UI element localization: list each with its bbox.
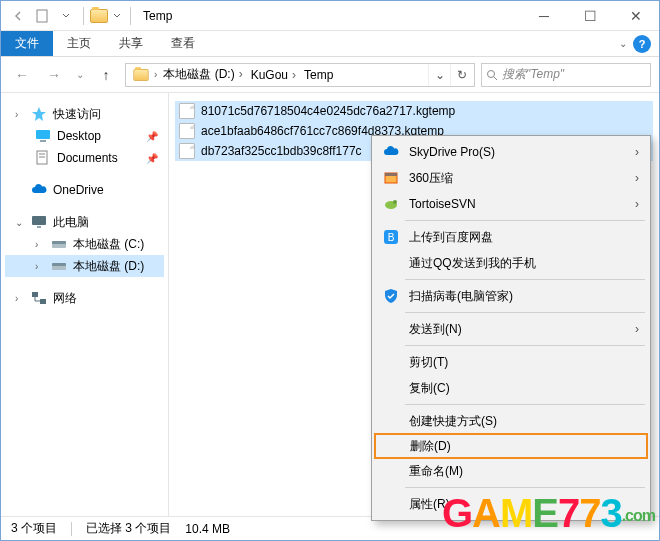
baidu-icon: B [381, 229, 401, 245]
ctx-properties[interactable]: 属性(R) [375, 491, 647, 517]
label: SkyDrive Pro(S) [409, 145, 495, 159]
breadcrumb[interactable]: 本地磁盘 (D:) [159, 66, 246, 83]
qat-doc-icon[interactable] [31, 5, 53, 27]
label: 创建快捷方式(S) [409, 413, 497, 430]
ctx-copy[interactable]: 复制(C) [375, 375, 647, 401]
file-item[interactable]: 81071c5d76718504c4e0245dc76a2717.kgtemp [175, 101, 653, 121]
separator [83, 7, 84, 25]
qat-dropdown-icon[interactable] [55, 5, 77, 27]
separator [130, 7, 131, 25]
label: 扫描病毒(电脑管家) [409, 288, 513, 305]
nav-up-button[interactable]: ↑ [93, 62, 119, 88]
ctx-skydrive[interactable]: SkyDrive Pro(S) › [375, 139, 647, 165]
close-button[interactable]: ✕ [613, 1, 659, 31]
context-menu: SkyDrive Pro(S) › 360压缩 › TortoiseSVN › … [371, 135, 651, 521]
separator [405, 312, 645, 313]
status-selected: 已选择 3 个项目 [86, 520, 171, 537]
ribbon-expand-icon[interactable]: ⌄ [619, 38, 627, 49]
archive-icon [381, 170, 401, 186]
window-title: Temp [143, 9, 172, 23]
sidebar-item-drive-d[interactable]: › 本地磁盘 (D:) [5, 255, 164, 277]
separator [71, 522, 72, 536]
svg-rect-5 [40, 140, 46, 142]
sidebar-item-network[interactable]: › 网络 [5, 287, 164, 309]
svg-rect-9 [32, 216, 46, 225]
title-bar: Temp ─ ☐ ✕ [1, 1, 659, 31]
ribbon-file-tab[interactable]: 文件 [1, 31, 53, 56]
qat-prev-icon[interactable] [7, 5, 29, 27]
minimize-button[interactable]: ─ [521, 1, 567, 31]
sidebar-item-onedrive[interactable]: OneDrive [5, 179, 164, 201]
chevron-down-icon: ⌄ [15, 217, 25, 228]
chevron-icon: › [154, 69, 157, 80]
nav-recent-dropdown[interactable]: ⌄ [73, 62, 87, 88]
refresh-icon[interactable]: ↻ [450, 64, 472, 86]
shield-icon [381, 288, 401, 304]
maximize-button[interactable]: ☐ [567, 1, 613, 31]
nav-forward-button[interactable]: → [41, 62, 67, 88]
drive-icon [51, 236, 67, 252]
label: 360压缩 [409, 170, 453, 187]
label: 上传到百度网盘 [409, 229, 493, 246]
chevron-right-icon: › [635, 145, 639, 159]
label: 重命名(M) [409, 463, 463, 480]
file-name: 81071c5d76718504c4e0245dc76a2717.kgtemp [201, 104, 455, 118]
separator [405, 220, 645, 221]
file-icon [179, 103, 195, 119]
chevron-right-icon: › [15, 293, 25, 304]
ctx-sendto[interactable]: 发送到(N) › [375, 316, 647, 342]
sidebar-item-documents[interactable]: Documents 📌 [5, 147, 164, 169]
ctx-qq[interactable]: 通过QQ发送到我的手机 [375, 250, 647, 276]
svg-rect-12 [52, 241, 66, 244]
ctx-360zip[interactable]: 360压缩 › [375, 165, 647, 191]
label: 删除(D) [410, 438, 451, 455]
ribbon-tab-share[interactable]: 共享 [105, 31, 157, 56]
sidebar-item-desktop[interactable]: Desktop 📌 [5, 125, 164, 147]
address-bar[interactable]: › 本地磁盘 (D:) KuGou Temp ⌄ ↻ [125, 63, 475, 87]
search-placeholder: 搜索"Temp" [502, 66, 564, 83]
nav-back-button[interactable]: ← [9, 62, 35, 88]
address-bar-row: ← → ⌄ ↑ › 本地磁盘 (D:) KuGou Temp ⌄ ↻ 搜索"Te… [1, 57, 659, 93]
ribbon-tab-home[interactable]: 主页 [53, 31, 105, 56]
chevron-right-icon: › [635, 171, 639, 185]
folder-icon [90, 9, 108, 23]
svg-rect-0 [37, 10, 47, 22]
qat-dropdown2-icon[interactable] [110, 5, 124, 27]
file-icon [179, 123, 195, 139]
pc-icon [31, 214, 47, 230]
drive-icon [51, 258, 67, 274]
help-icon[interactable]: ? [633, 35, 651, 53]
label: Desktop [57, 129, 101, 143]
address-dropdown-icon[interactable]: ⌄ [428, 64, 450, 86]
ctx-scan[interactable]: 扫描病毒(电脑管家) [375, 283, 647, 309]
ctx-rename[interactable]: 重命名(M) [375, 458, 647, 484]
network-icon [31, 290, 47, 306]
ctx-delete[interactable]: 删除(D) [374, 433, 648, 459]
svg-point-1 [488, 70, 495, 77]
ctx-baidu[interactable]: B 上传到百度网盘 [375, 224, 647, 250]
svg-line-2 [494, 77, 497, 80]
label: 快速访问 [53, 106, 101, 123]
ribbon-tab-view[interactable]: 查看 [157, 31, 209, 56]
breadcrumb[interactable]: Temp [300, 68, 341, 82]
ctx-tortoisesvn[interactable]: TortoiseSVN › [375, 191, 647, 217]
pin-icon: 📌 [146, 131, 158, 142]
tortoise-icon [381, 196, 401, 212]
ctx-shortcut[interactable]: 创建快捷方式(S) [375, 408, 647, 434]
separator [405, 279, 645, 280]
label: 此电脑 [53, 214, 89, 231]
sidebar-item-this-pc[interactable]: ⌄ 此电脑 [5, 211, 164, 233]
search-input[interactable]: 搜索"Temp" [481, 63, 651, 87]
svg-rect-15 [32, 292, 38, 297]
search-icon [486, 69, 498, 81]
svg-rect-14 [52, 263, 66, 266]
sidebar-item-quick-access[interactable]: › 快速访问 [5, 103, 164, 125]
status-count: 3 个项目 [11, 520, 57, 537]
breadcrumb[interactable]: KuGou [247, 68, 300, 82]
svg-rect-4 [36, 130, 50, 139]
sidebar-item-drive-c[interactable]: › 本地磁盘 (C:) [5, 233, 164, 255]
ctx-cut[interactable]: 剪切(T) [375, 349, 647, 375]
chevron-right-icon: › [635, 322, 639, 336]
label: 剪切(T) [409, 354, 448, 371]
svg-point-23 [393, 200, 397, 204]
